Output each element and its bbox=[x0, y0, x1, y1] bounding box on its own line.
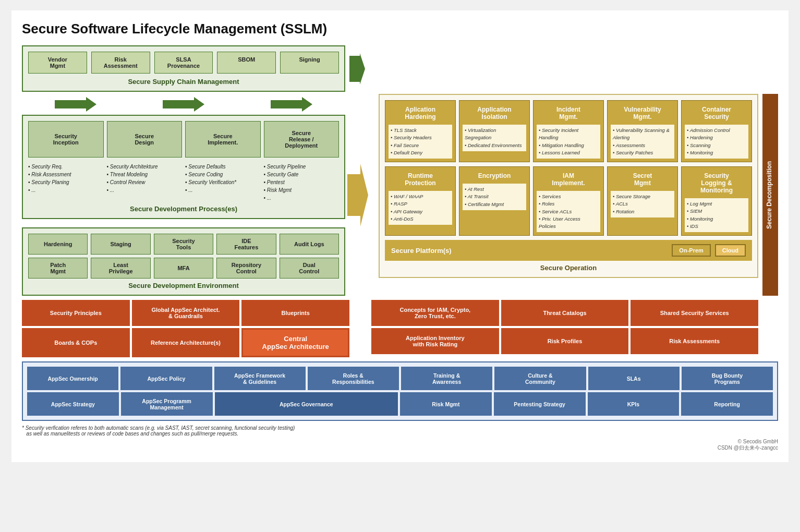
dev-env-grid-row1: Hardening Staging SecurityTools IDEFeatu… bbox=[28, 234, 339, 255]
gov-roles-responsibilities: Roles &Responsibilities bbox=[308, 367, 399, 390]
op-container-sec: ContainerSecurity Admission Control Hard… bbox=[681, 100, 752, 162]
svg-marker-1 bbox=[55, 97, 96, 112]
op-incident-mgmt: IncidentMgmt. Security Incident Handling… bbox=[533, 100, 604, 162]
op-vuln-mgmt: VulnerabilityMgmt. Vulnerability Scannin… bbox=[607, 100, 678, 162]
env-dual-control: DualControl bbox=[280, 258, 339, 279]
arch-right-spacer bbox=[758, 300, 778, 357]
arch-global-appsec: Global AppSec Architect.& Guardrails bbox=[132, 300, 240, 326]
svg-marker-2 bbox=[163, 97, 204, 112]
detail-col-inception: Security Req. Risk Assessment Security P… bbox=[28, 163, 104, 202]
dev-process-label: Secure Development Process(es) bbox=[28, 205, 339, 213]
env-mfa: MFA bbox=[154, 258, 213, 279]
arch-blueprints: Blueprints bbox=[241, 300, 349, 326]
operation-section: AplicationHardening TLS Stack Security H… bbox=[374, 94, 758, 296]
dev-process-section: SecurityInception SecureDesign SecureImp… bbox=[22, 115, 345, 219]
gov-kpis: KPIs bbox=[588, 392, 680, 416]
arch-iam-crypto: Concepts for IAM, Crypto,Zero Trust, etc… bbox=[371, 300, 499, 326]
dev-env-section: Hardening Staging SecurityTools IDEFeatu… bbox=[22, 227, 345, 296]
svg-marker-4 bbox=[347, 164, 368, 226]
gov-appsec-framework: AppSec Framework& Guidelines bbox=[214, 367, 306, 390]
op-iam-header: IAMImplement. bbox=[537, 170, 600, 189]
op-incident-body: Security Incident Handling Mitigation Ha… bbox=[537, 125, 600, 159]
copyright: © Secodis GmbH CSDN @归去来今-zangcc bbox=[22, 439, 778, 452]
phase-security-inception: SecurityInception bbox=[28, 121, 104, 158]
appsec-arch-right: Concepts for IAM, Crypto,Zero Trust, etc… bbox=[371, 300, 758, 357]
right-section: AplicationHardening TLS Stack Security H… bbox=[379, 94, 758, 278]
supply-item-vendor: VendorMgmt bbox=[28, 52, 87, 74]
op-container-header: ContainerSecurity bbox=[685, 104, 748, 123]
env-hardening: Hardening bbox=[28, 234, 88, 255]
arch-central-appsec: CentralAppSec Architecture bbox=[241, 328, 349, 357]
gov-appsec-strategy: AppSec Strategy bbox=[27, 392, 119, 416]
gov-appsec-governance: AppSec Governance bbox=[215, 392, 398, 416]
op-vuln-body: Vulnerability Scanning & Alerting Assess… bbox=[611, 125, 674, 159]
supply-right-placeholder bbox=[369, 45, 778, 92]
copyright-text: © Secodis GmbH bbox=[738, 439, 778, 444]
footnote-text: * Security verfication referes to both a… bbox=[22, 425, 295, 431]
op-encryption: Encryption At Rest At Transit Certificat… bbox=[459, 166, 530, 236]
phase-secure-implement: SecureImplement. bbox=[185, 121, 261, 158]
cloud-button[interactable]: Cloud bbox=[715, 244, 746, 257]
gov-bug-bounty: Bug BountyPrograms bbox=[682, 367, 773, 390]
dev-env-label: Secure Development Environment bbox=[28, 282, 339, 289]
gov-slas: SLAs bbox=[588, 367, 680, 390]
op-app-hardening-body: TLS Stack Security Headers Fail Secure D… bbox=[389, 125, 452, 159]
supply-chain-section: VendorMgmt RiskAssessment SLSAProvenance… bbox=[22, 45, 345, 92]
arch-left-grid: Security Principles Global AppSec Archit… bbox=[22, 300, 349, 357]
left-section: SecurityInception SecureDesign SecureImp… bbox=[22, 94, 345, 296]
svg-marker-0 bbox=[349, 53, 365, 84]
arch-app-inventory: Application Inventorywith Risk Rating bbox=[371, 328, 499, 354]
right-with-decomp: AplicationHardening TLS Stack Security H… bbox=[374, 94, 778, 296]
dev-env-grid-row2: PatchMgmt LeastPrivilege MFA RepositoryC… bbox=[28, 258, 339, 279]
op-encryption-header: Encryption bbox=[463, 170, 526, 182]
governance-section: AppSec Ownership AppSec Policy AppSec Fr… bbox=[22, 361, 778, 421]
op-app-isolation-header: ApplicationIsolation bbox=[463, 104, 526, 123]
appsec-arch-left: Security Principles Global AppSec Archit… bbox=[22, 300, 349, 357]
secure-platform-label: Secure Platform(s) bbox=[391, 247, 668, 255]
gov-risk-mgmt: Risk Mgmt bbox=[400, 392, 492, 416]
secure-op-grid-top: AplicationHardening TLS Stack Security H… bbox=[385, 100, 752, 162]
svg-marker-3 bbox=[271, 97, 312, 112]
env-least-privilege: LeastPrivilege bbox=[91, 258, 150, 279]
gov-pentesting-strategy: Pentesting Strategy bbox=[494, 392, 586, 416]
supply-arrow bbox=[349, 45, 365, 92]
op-app-hardening: AplicationHardening TLS Stack Security H… bbox=[385, 100, 456, 162]
op-runtime-header: RuntimeProtection bbox=[389, 170, 452, 189]
gov-culture-community: Culture &Community bbox=[494, 367, 586, 390]
arch-ref-arch: Reference Architecture(s) bbox=[132, 328, 240, 357]
op-logging-header: SecurityLogging &Monitoring bbox=[685, 170, 748, 196]
all-sections: SecurityInception SecureDesign SecureImp… bbox=[22, 94, 778, 296]
detail-col-release: Security Pipeline Security Gate Pentest … bbox=[264, 163, 340, 202]
arch-spacer bbox=[349, 300, 371, 357]
gov-appsec-policy: AppSec Policy bbox=[120, 367, 212, 390]
op-vuln-header: VulnerabilityMgmt. bbox=[611, 104, 674, 123]
op-logging-body: Log Mgmt SIEM Monitoring IDS bbox=[685, 198, 748, 232]
supply-item-risk: RiskAssessment bbox=[91, 52, 150, 74]
arch-boards-cops: Boards & COPs bbox=[22, 328, 130, 357]
env-patch-mgmt: PatchMgmt bbox=[28, 258, 88, 279]
detail-col-implement: Secure Defaults Secure Coding Security V… bbox=[185, 163, 261, 202]
footnote: * Security verfication referes to both a… bbox=[22, 425, 778, 437]
arch-risk-profiles: Risk Profiles bbox=[501, 328, 629, 354]
dev-process-row: SecurityInception SecureDesign SecureImp… bbox=[28, 121, 339, 158]
phase-secure-design: SecureDesign bbox=[107, 121, 183, 158]
arrows-row bbox=[22, 94, 345, 115]
on-prem-button[interactable]: On-Prem bbox=[672, 244, 710, 257]
secure-op-grid-bottom: RuntimeProtection WAF / WAAP RASP API Ga… bbox=[385, 166, 752, 236]
middle-arrow bbox=[345, 94, 370, 296]
detail-col-design: Security Architekture Threat Modeling Co… bbox=[107, 163, 183, 202]
gov-row2: AppSec Strategy AppSec ProgrammManagemen… bbox=[27, 392, 773, 416]
arch-threat-catalogs: Threat Catalogs bbox=[501, 300, 629, 326]
op-secret-body: Secure Storage ACLs Rotation bbox=[611, 191, 674, 217]
main-container: Secure Software Lifecycle Management (SS… bbox=[11, 10, 789, 462]
supply-chain-label: Secure Supply Chain Management bbox=[28, 78, 339, 86]
gov-appsec-program-mgmt: AppSec ProgrammManagement bbox=[121, 392, 213, 416]
arch-shared-security: Shared Security Services bbox=[631, 300, 758, 326]
footnote-text2: as well as manuelitests or reviews of co… bbox=[22, 431, 238, 437]
gov-appsec-ownership: AppSec Ownership bbox=[27, 367, 118, 390]
supply-chain-row: VendorMgmt RiskAssessment SLSAProvenance… bbox=[28, 52, 339, 74]
op-container-body: Admission Control Hardening Scanning Mon… bbox=[685, 125, 748, 159]
op-incident-header: IncidentMgmt. bbox=[537, 104, 600, 123]
env-audit-logs: Audit Logs bbox=[280, 234, 339, 255]
op-secret-mgmt: SecretMgmt Secure Storage ACLs Rotation bbox=[607, 166, 678, 236]
